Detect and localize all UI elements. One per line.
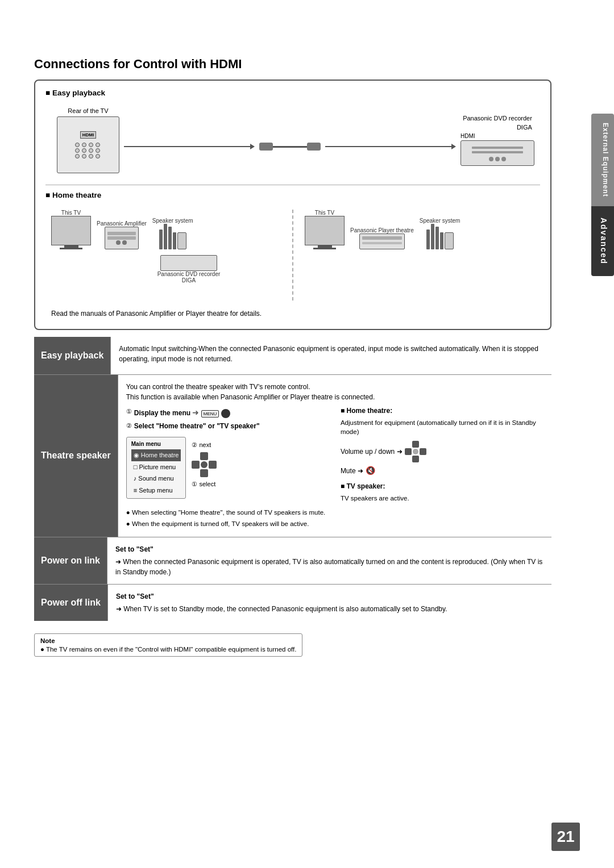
volume-cross-icon [405, 441, 426, 462]
theatre-speaker-row: Theatre speaker You can control the thea… [34, 375, 551, 537]
tv-speaker-subdesc: TV speakers are active. [341, 494, 544, 503]
power-off-set-label: Set to "Set" [116, 591, 544, 602]
player-label: Panasonic Player theatre [350, 227, 414, 233]
arrow2-icon [451, 144, 456, 149]
step1: ① Display the menu ➜ MENU [126, 407, 329, 419]
player-illustration [359, 233, 405, 249]
advanced-label: Advanced [591, 206, 614, 276]
arrow-icon [250, 144, 255, 149]
dvd-bottom-label: Panasonic DVD recorder [157, 271, 221, 277]
left-theatre-setup: This TV Panasonic Amplifier [51, 210, 281, 283]
dvd-recorder-block: Panasonic DVD recorder DIGA HDMI [460, 115, 534, 166]
note-label: Note [40, 637, 296, 644]
mute-icon: 🔇 [366, 465, 375, 477]
step1-num: ① [126, 407, 132, 416]
easy-playback-diagram: Rear of the TV HDMI [45, 102, 540, 179]
external-equipment-label: External Equipment [591, 114, 614, 206]
theatre-speaker-bullets: When selecting "Home theatre", the sound… [126, 508, 544, 529]
theatre-speaker-row-content: You can control the theatre speaker with… [118, 375, 551, 537]
tv-speaker-subheader: TV speaker: [341, 481, 544, 491]
page-title: Connections for Control with HDMI [34, 57, 551, 72]
right-theatre-setup: This TV Panasonic Player theatre [305, 210, 534, 249]
dvd-bottom-illustration [160, 255, 217, 271]
speaker-label-right: Speaker system [420, 218, 460, 224]
step2: ② Select "Home theatre" or "TV speaker" [126, 421, 329, 431]
tv-rear-illustration: HDMI [57, 116, 119, 173]
dvd-recorder-sub: DIGA [517, 124, 532, 131]
home-theatre-header: Home theatre [45, 191, 540, 199]
easy-playback-description: Automatic Input switching-When the conne… [119, 344, 544, 364]
feature-table: Easy playback Automatic Input switching-… [34, 337, 551, 621]
bullet-note-1: When selecting "Home theatre", the sound… [126, 508, 544, 518]
power-on-set-label: Set to "Set" [115, 544, 544, 554]
diagram-box: Easy playback Rear of the TV HDMI [34, 80, 551, 330]
tv-base-left [60, 248, 82, 249]
note-section: Note ● The TV remains on even if the "Co… [34, 628, 551, 657]
power-on-link-row: Power on link Set to "Set" ➜ When the co… [34, 537, 551, 585]
tv-rear-label: Rear of the TV [68, 107, 108, 114]
step1-text: Display the menu ➜ MENU [134, 407, 230, 419]
select-label: ① select [192, 479, 215, 489]
home-theatre-note: Read the manuals of Panasonic Amplifier … [45, 306, 540, 321]
power-on-link-content: Set to "Set" ➜ When the connected Panaso… [107, 537, 551, 584]
easy-playback-row-content: Automatic Input switching-When the conne… [110, 337, 551, 374]
divider [45, 185, 540, 185]
power-off-link-row: Power off link Set to "Set" ➜ When TV is… [34, 585, 551, 621]
speaker-system-right [426, 224, 454, 249]
right-tv-label: This TV [315, 210, 334, 216]
menu-item-setup: ≡ Setup menu [131, 485, 181, 496]
home-theatre-diagram: This TV Panasonic Amplifier [45, 204, 540, 306]
tv-illustration-left [51, 216, 91, 245]
menu-item-sound: ♪ Sound menu [131, 473, 181, 485]
page-number: 21 [551, 823, 580, 851]
home-theatre-subdesc: Adjustment for equipment (automatically … [341, 418, 544, 436]
mute-row: Mute ➜ 🔇 [341, 465, 544, 477]
note-box: Note ● The TV remains on even if the "Co… [34, 633, 302, 657]
easy-playback-row: Easy playback Automatic Input switching-… [34, 337, 551, 375]
home-theatre-subheader: Home theatre: [341, 406, 544, 416]
bullet-note-2: When the equipment is turned off, TV spe… [126, 519, 544, 529]
amplifier-illustration [105, 227, 139, 249]
hdmi-connector [259, 143, 321, 151]
dvd-recorder-illustration [460, 140, 534, 166]
amplifier-label: Panasonic Amplifier [97, 220, 147, 227]
power-off-link-label: Power off link [34, 585, 107, 621]
volume-row: Volume up / down ➜ [341, 441, 544, 462]
power-on-link-label: Power on link [34, 537, 107, 584]
easy-playback-section: Easy playback Rear of the TV HDMI [45, 89, 540, 179]
theatre-speaker-row-label: Theatre speaker [34, 375, 118, 537]
speaker-system-left [159, 224, 186, 249]
dashed-divider [292, 210, 293, 301]
speaker-label-left: Speaker system [152, 218, 193, 224]
right-sidebar: External Equipment Advanced [591, 114, 614, 276]
tv-base-right [313, 248, 336, 249]
step2-num: ② [126, 421, 132, 431]
nav-cross-icon [192, 452, 217, 477]
easy-playback-header: Easy playback [45, 89, 540, 97]
theatre-speaker-col-right: Home theatre: Adjustment for equipment (… [341, 406, 544, 503]
note-text: ● The TV remains on even if the "Control… [40, 646, 296, 653]
theatre-speaker-col-left: ① Display the menu ➜ MENU ② [126, 406, 329, 503]
menu-illustration: Main menu ◉ Home theatre □ Picture menu … [126, 437, 186, 499]
power-off-link-content: Set to "Set" ➜ When TV is set to Standby… [107, 585, 551, 621]
tv-rear-block: Rear of the TV HDMI [57, 107, 119, 173]
power-off-desc: ➜ When TV is set to Standby mode, the co… [116, 604, 544, 614]
next-label: ② next [192, 440, 211, 450]
menu-item-picture: □ Picture menu [131, 461, 181, 473]
dvd-recorder-label: Panasonic DVD recorder [463, 115, 532, 122]
home-theatre-section: Home theatre This TV [45, 191, 540, 321]
hdmi-connection-label: HDMI [460, 133, 475, 139]
theatre-speaker-two-col: ① Display the menu ➜ MENU ② [126, 406, 544, 503]
tv-illustration-right [305, 216, 345, 245]
easy-playback-row-label: Easy playback [34, 337, 110, 374]
menu-item-home: ◉ Home theatre [131, 449, 181, 461]
power-on-desc: ➜ When the connected Panasonic equipment… [115, 557, 544, 577]
dvd-bottom-sub: DIGA [182, 277, 196, 283]
left-tv-label: This TV [61, 210, 81, 216]
theatre-speaker-top-desc: You can control the theatre speaker with… [126, 382, 544, 402]
step2-text: Select "Home theatre" or "TV speaker" [134, 421, 260, 431]
